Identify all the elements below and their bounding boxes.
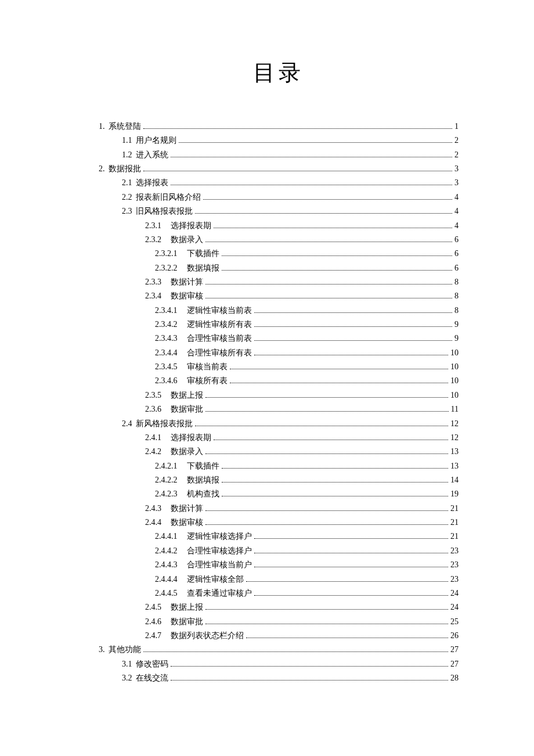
toc-entry-text: 数据审核 [171,289,203,303]
toc-entry-number: 2.4.2.3 [155,487,187,501]
toc-entry-leader [143,128,453,129]
toc-entry-number: 1. [99,120,109,134]
toc-entry-number: 2.3.4.3 [155,332,187,345]
toc-entry-leader [171,157,453,157]
toc-entry-page: 24 [450,600,459,614]
toc-entry-page: 8 [454,275,459,289]
toc-entry-text: 下载插件 [187,459,219,473]
toc-entry-leader [254,355,449,355]
toc-entry-number: 2.4 [122,417,136,431]
toc-entry-text: 下载插件 [187,247,219,261]
toc-entry-text: 在线交流 [136,671,168,685]
toc-entry-page: 1 [454,120,459,134]
toc-entry-page: 9 [454,318,459,332]
toc-entry: 2.3.4.1逻辑性审核当前表8 [99,304,459,318]
toc-entry-text: 数据上报 [171,388,203,402]
toc-entry-page: 4 [454,204,459,218]
toc-entry: 2.3.2数据录入6 [99,233,459,247]
toc-entry-number: 2.3.4.6 [155,374,187,388]
toc-entry-page: 23 [450,544,459,558]
toc-entry-number: 2.4.3 [145,502,171,516]
toc-entry: 2.3旧风格报表报批4 [99,204,459,218]
toc-entry-number: 3. [99,643,109,657]
toc-entry-leader [203,199,453,200]
toc-entry-number: 2.3.4 [145,289,171,303]
toc-entry-text: 合理性审核选择户 [187,544,252,558]
toc-entry-text: 数据列表状态栏介绍 [171,629,244,643]
toc-entry-number: 2.3 [122,204,136,218]
toc-entry-leader [230,383,449,383]
toc-entry-number: 2.4.4.5 [155,586,187,600]
toc-entry-number: 2.4.2.1 [155,459,187,473]
toc-entry: 2.3.4数据审核8 [99,289,459,303]
toc-entry-number: 2.3.4.5 [155,360,187,374]
toc-entry: 1.系统登陆1 [99,120,459,134]
toc-entry-number: 2.3.6 [145,402,171,416]
toc-entry-page: 21 [450,502,459,516]
toc-entry-leader [205,411,449,412]
toc-entry-page: 13 [450,459,459,473]
toc-entry-page: 28 [450,671,459,685]
toc-entry-page: 13 [450,445,459,459]
toc-entry-page: 9 [454,332,459,345]
toc-entry-page: 19 [450,487,459,501]
toc-entry-text: 数据填报 [187,473,219,487]
toc-entry-leader [143,651,449,652]
toc-entry-number: 2.4.6 [145,615,171,629]
toc-entry-number: 2.4.5 [145,600,171,614]
toc-entry-page: 14 [450,473,459,487]
toc-entry-number: 2.3.2.1 [155,247,187,261]
toc-entry-text: 数据审核 [171,516,203,530]
toc-entry: 2.4.4.4逻辑性审核全部23 [99,573,459,586]
toc-entry-text: 数据上报 [171,600,203,614]
toc-entry-number: 2. [99,162,109,176]
toc-entry-leader [195,213,453,214]
toc-entry-leader [254,595,449,596]
toc-entry: 2.3.4.2逻辑性审核所有表9 [99,318,459,332]
toc-entry-text: 机构查找 [187,487,219,501]
toc-entry: 2.3.4.3合理性审核当前表9 [99,332,459,345]
toc-entry-text: 数据录入 [171,445,203,459]
toc-entry-page: 4 [454,219,459,233]
toc-entry-leader [205,453,448,454]
toc-entry-leader [254,567,449,567]
toc-entry-number: 1.1 [122,134,136,147]
toc-entry-text: 合理性审核当前户 [187,558,252,572]
toc-entry: 2.4.4数据审核21 [99,516,459,530]
toc-entry: 2.4.4.3合理性审核当前户23 [99,558,459,572]
toc-entry-leader [230,369,449,369]
toc-entry-number: 2.3.2 [145,233,171,247]
toc-entry-leader [171,185,453,185]
toc-entry-text: 数据计算 [171,502,203,516]
toc-entry-leader [222,270,453,271]
toc-entry-number: 2.3.3 [145,275,171,289]
toc-entry-page: 10 [450,374,459,388]
toc-entry-text: 数据报批 [109,162,141,176]
toc-entry: 3.1修改密码27 [99,657,459,671]
toc-entry-text: 修改密码 [136,657,168,671]
toc-entry-page: 10 [450,346,459,360]
toc-entry-leader [222,468,449,469]
toc-entry-page: 2 [454,134,459,147]
toc-entry-number: 2.3.1 [145,219,171,233]
toc-entry: 2.3.4.6审核所有表10 [99,374,459,388]
toc-entry-page: 6 [454,261,459,275]
toc-entry: 2.4.2.2数据填报14 [99,473,459,487]
toc-entry: 2.4.3数据计算21 [99,502,459,516]
toc-entry-page: 21 [450,530,459,543]
toc-entry-page: 3 [454,176,459,190]
toc-entry-text: 旧风格报表报批 [136,204,193,218]
toc-entry-leader [254,326,453,327]
toc-entry-number: 2.4.2.2 [155,473,187,487]
toc-entry-page: 27 [450,643,459,657]
toc-entry-page: 6 [454,233,459,247]
toc-entry-leader [254,538,449,539]
toc-entry-leader [222,496,449,496]
toc-entry-number: 3.1 [122,657,136,671]
toc-entry-page: 3 [454,162,459,176]
toc-entry: 2.3.2.1下载插件6 [99,247,459,261]
toc-entry-leader [205,609,448,610]
toc-entry-text: 逻辑性审核当前表 [187,304,252,318]
toc-entry-number: 2.3.4.2 [155,318,187,332]
toc-entry-page: 10 [450,388,459,402]
